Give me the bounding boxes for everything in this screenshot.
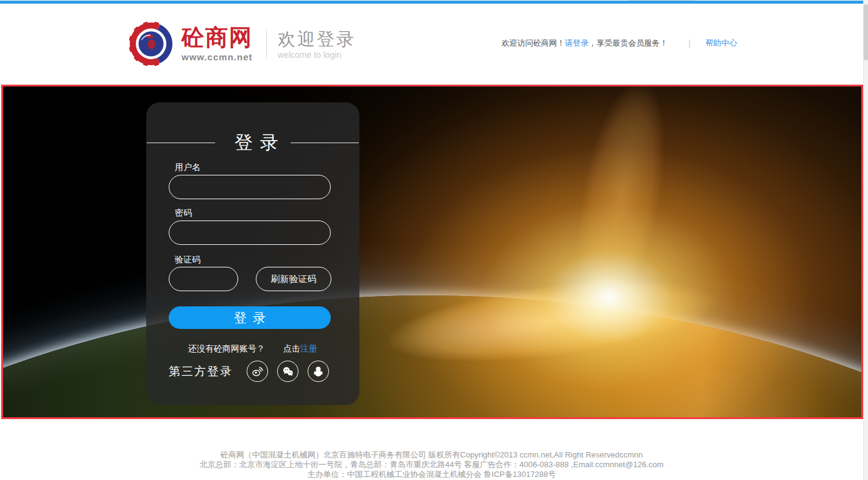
gear-globe-logo-icon	[127, 19, 175, 68]
site-url: www.ccmn.net	[182, 52, 253, 62]
welcome-title: 欢迎登录	[278, 29, 356, 49]
weibo-login-button[interactable]	[247, 361, 268, 382]
header-divider	[266, 30, 267, 58]
header: 砼商网 www.ccmn.net 欢迎登录 welcome to login 欢…	[0, 4, 863, 85]
qq-login-button[interactable]	[308, 361, 329, 382]
qq-icon	[312, 365, 325, 378]
weibo-icon	[251, 365, 264, 378]
login-page: 砼商网 www.ccmn.net 欢迎登录 welcome to login 欢…	[0, 0, 868, 480]
captcha-input[interactable]	[169, 267, 238, 291]
login-button[interactable]: 登录	[169, 306, 331, 329]
site-logo[interactable]: 砼商网 www.ccmn.net 欢迎登录 welcome to login	[127, 19, 356, 68]
welcome-subtitle: welcome to login	[278, 50, 356, 60]
captcha-label: 验证码	[175, 255, 200, 266]
password-input[interactable]	[169, 221, 331, 245]
username-input[interactable]	[169, 175, 331, 199]
refresh-captcha-button[interactable]: 刷新验证码	[256, 267, 331, 291]
login-panel: 登录 用户名 密码 验证码 刷新验证码 登录 还没有砼商网账号？ 点击注册 第三…	[146, 102, 359, 405]
site-name: 砼商网	[182, 26, 253, 49]
footer-contact-line: 北京总部：北京市海淀区上地十街一号院，青岛总部：青岛市重庆北路44号 客服广告合…	[0, 460, 863, 470]
header-links: 欢迎访问砼商网！ 请登录 ，享受最贵会员服务！ | 帮助中心	[501, 38, 737, 49]
password-label: 密码	[175, 208, 192, 219]
register-link[interactable]: 注册	[300, 344, 317, 353]
footer-organizer-line: 主办单位：中国工程机械工业协会混凝土机械分会 鲁ICP备13017288号	[0, 470, 863, 479]
login-link[interactable]: 请登录	[565, 38, 588, 49]
header-separator: |	[688, 38, 691, 48]
wechat-login-button[interactable]	[277, 361, 298, 382]
footer-copyright-line: 砼商网（中国混凝土机械网）北京百施特电子商务有限公司 版权所有Copyright…	[0, 450, 863, 460]
third-party-login-row: 第三方登录	[169, 361, 329, 382]
scrollbar-thumb[interactable]	[864, 4, 868, 60]
panel-title: 登录	[227, 130, 286, 155]
title-line-left	[147, 143, 215, 143]
panel-title-row: 登录	[146, 130, 359, 155]
greeting-suffix: ，享受最贵会员服务！	[588, 38, 668, 49]
register-prompt: 还没有砼商网账号？	[188, 344, 265, 353]
wechat-icon	[281, 365, 294, 378]
footer: 砼商网（中国混凝土机械网）北京百施特电子商务有限公司 版权所有Copyright…	[0, 419, 863, 479]
register-click-text: 点击	[283, 344, 300, 353]
brand-text: 砼商网 www.ccmn.net	[182, 26, 253, 62]
welcome-block: 欢迎登录 welcome to login	[278, 28, 356, 60]
login-banner: 登录 用户名 密码 验证码 刷新验证码 登录 还没有砼商网账号？ 点击注册 第三…	[1, 85, 863, 419]
help-center-link[interactable]: 帮助中心	[705, 38, 737, 49]
title-line-right	[291, 143, 359, 143]
third-party-label: 第三方登录	[169, 364, 233, 379]
greeting-prefix: 欢迎访问砼商网！	[501, 38, 565, 49]
register-row: 还没有砼商网账号？ 点击注册	[146, 344, 359, 355]
scrollbar[interactable]	[863, 0, 868, 480]
username-label: 用户名	[175, 162, 200, 173]
